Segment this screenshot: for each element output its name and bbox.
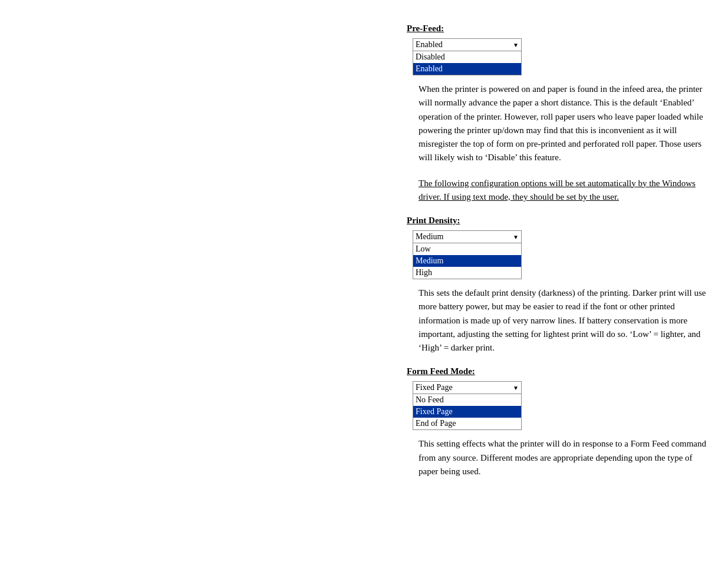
printdensity-selected-value: Medium [416,232,443,242]
prefeed-label: Pre-Feed: [407,24,444,34]
config-note: The following configuration options will… [419,177,707,204]
formfeed-option-endofpage[interactable]: End of Page [413,418,521,429]
prefeed-dropdown-list: Disabled Enabled [413,51,521,75]
printdensity-option-high[interactable]: High [413,267,521,279]
formfeed-option-nofeed[interactable]: No Feed [413,394,521,406]
formfeed-selected-value: Fixed Page [416,383,453,392]
prefeed-selected-value: Enabled [416,40,443,49]
printdensity-option-medium[interactable]: Medium [413,255,521,267]
printdensity-dropdown-list: Low Medium High [413,243,521,279]
printdensity-description: This sets the default print density (dar… [419,286,707,355]
printdensity-dropdown[interactable]: Medium ▼ Low Medium High [413,230,522,279]
prefeed-option-disabled[interactable]: Disabled [413,51,521,63]
prefeed-dropdown-arrow: ▼ [513,42,519,48]
formfeed-dropdown[interactable]: Fixed Page ▼ No Feed Fixed Page End of P… [413,381,522,430]
prefeed-section: Pre-Feed: Enabled ▼ Disabled Enabled Whe… [407,24,707,165]
printdensity-section: Print Density: Medium ▼ Low Medium High … [407,216,707,355]
printdensity-label: Print Density: [407,216,460,226]
printdensity-dropdown-header[interactable]: Medium ▼ [413,231,521,243]
formfeed-description: This setting effects what the printer wi… [419,437,707,478]
printdensity-dropdown-arrow: ▼ [513,234,519,240]
formfeed-dropdown-container[interactable]: Fixed Page ▼ No Feed Fixed Page End of P… [413,381,707,430]
formfeed-dropdown-list: No Feed Fixed Page End of Page [413,394,521,429]
prefeed-option-enabled[interactable]: Enabled [413,63,521,75]
prefeed-description: When the printer is powered on and paper… [419,82,707,165]
page-content: Pre-Feed: Enabled ▼ Disabled Enabled Whe… [407,24,719,478]
formfeed-option-fixedpage[interactable]: Fixed Page [413,406,521,418]
formfeed-section: Form Feed Mode: Fixed Page ▼ No Feed Fix… [407,366,707,478]
printdensity-option-low[interactable]: Low [413,243,521,255]
formfeed-dropdown-header[interactable]: Fixed Page ▼ [413,382,521,394]
prefeed-dropdown-header[interactable]: Enabled ▼ [413,39,521,51]
prefeed-dropdown-container[interactable]: Enabled ▼ Disabled Enabled [413,38,707,75]
formfeed-label: Form Feed Mode: [407,366,475,376]
formfeed-dropdown-arrow: ▼ [513,385,519,391]
printdensity-dropdown-container[interactable]: Medium ▼ Low Medium High [413,230,707,279]
prefeed-dropdown[interactable]: Enabled ▼ Disabled Enabled [413,38,522,75]
